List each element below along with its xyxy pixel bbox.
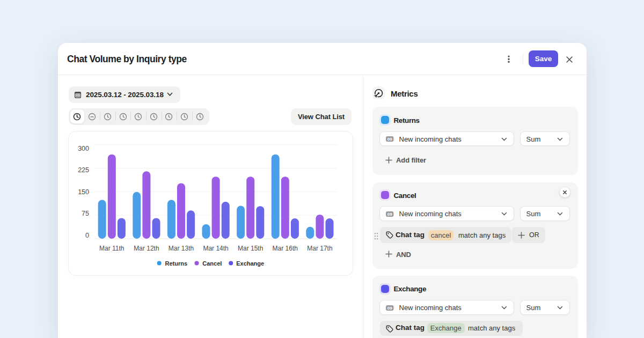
- svg-text:09: 09: [387, 212, 392, 217]
- svg-text:75: 75: [82, 210, 89, 217]
- svg-text:0: 0: [85, 232, 89, 239]
- svg-text:300: 300: [78, 145, 89, 152]
- svg-text:Exchange: Exchange: [236, 260, 264, 267]
- svg-text:Mar 12th: Mar 12th: [134, 245, 159, 252]
- svg-text:Mar 17th: Mar 17th: [307, 245, 332, 252]
- svg-text:Mar 16th: Mar 16th: [273, 245, 298, 252]
- svg-text:09: 09: [387, 306, 392, 311]
- svg-text:09: 09: [387, 137, 392, 142]
- svg-text:Cancel: Cancel: [202, 260, 222, 267]
- svg-text:Returns: Returns: [165, 260, 188, 267]
- svg-text:225: 225: [78, 166, 89, 174]
- svg-text:Mar 13th: Mar 13th: [169, 245, 194, 252]
- svg-text:Mar 11th: Mar 11th: [99, 245, 124, 252]
- svg-text:Mar 14th: Mar 14th: [203, 245, 228, 252]
- svg-text:150: 150: [78, 188, 89, 196]
- svg-text:Mar 15th: Mar 15th: [238, 245, 263, 252]
